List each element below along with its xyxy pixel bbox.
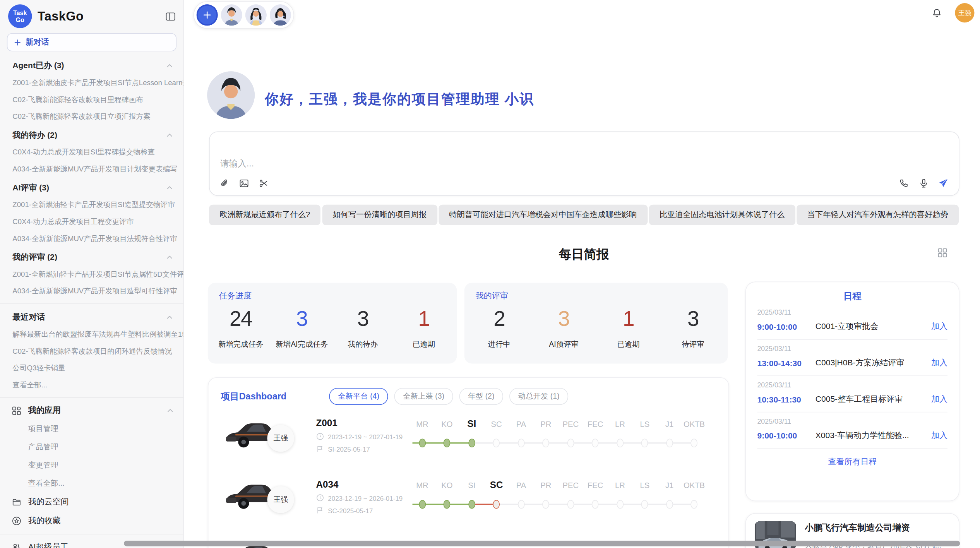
schedule-list: 2025/03/119:00-10:00C001-立项审批会加入2025/03/… bbox=[757, 303, 947, 449]
project-list: 王强Z0012023-12-19 ~ 2027-01-19SI-2025-05-… bbox=[208, 406, 728, 548]
agent-avatar[interactable] bbox=[221, 4, 242, 26]
layout-grid-icon[interactable] bbox=[937, 248, 947, 258]
new-chat-button[interactable]: 新对话 bbox=[7, 33, 176, 51]
horizontal-scrollbar[interactable] bbox=[124, 541, 960, 546]
milestone-label: LS bbox=[632, 481, 657, 490]
schedule-join-link[interactable]: 加入 bbox=[931, 430, 947, 441]
agent-switcher-pill bbox=[194, 1, 294, 29]
sidebar-task-item[interactable]: Z001-全新燃油皮卡产品开发项目SI节点Lesson Learn报告 bbox=[0, 74, 183, 91]
dashboard-filter-tab[interactable]: 全新上装 (3) bbox=[394, 388, 453, 405]
suggestion-chip[interactable]: 特朗普可能对进口汽车增税会对中国车企造成哪些影响 bbox=[439, 205, 648, 225]
milestone-station: J1 bbox=[657, 411, 682, 428]
sidebar-item-my-apps[interactable]: 我的应用 bbox=[0, 401, 183, 420]
sidebar-section-header[interactable]: 我的待办 (2) bbox=[0, 125, 183, 144]
milestone-station: SI bbox=[459, 411, 484, 428]
schedule-view-all-link[interactable]: 查看所有日程 bbox=[757, 449, 947, 475]
project-dates-text: 2023-12-19 ~ 2026-01-19 bbox=[328, 494, 403, 502]
stat-label: 已逾期 bbox=[393, 339, 454, 349]
dashboard-filter-tab[interactable]: 动总开发 (1) bbox=[509, 388, 568, 405]
schedule-title: 日程 bbox=[757, 282, 947, 303]
sidebar-task-item[interactable]: A034-全新新能源MUV产品开发项目计划变更表编写 bbox=[0, 161, 183, 178]
scissors-icon[interactable] bbox=[259, 178, 269, 188]
schedule-row: 9:00-10:00C001-立项审批会加入 bbox=[757, 321, 947, 332]
stat-item: 3AI预评审 bbox=[531, 305, 596, 350]
suggestion-chip[interactable]: 如何写一份清晰的项目周报 bbox=[322, 205, 437, 225]
microphone-icon[interactable] bbox=[919, 178, 929, 188]
notification-bell-icon[interactable] bbox=[932, 8, 942, 18]
sidebar-task-item[interactable]: Z001-全新燃油轻卡产品开发项目SI节点属性5D文件评审 bbox=[0, 266, 183, 283]
send-icon[interactable] bbox=[938, 178, 949, 188]
milestone-station: OKTB bbox=[682, 473, 707, 490]
suggestion-chip[interactable]: 当下年轻人对汽车外观有怎样的喜好趋势 bbox=[797, 205, 959, 225]
milestone-station: FEC bbox=[583, 473, 608, 490]
agent-avatar[interactable] bbox=[270, 4, 291, 26]
milestone-label: PR bbox=[533, 420, 558, 429]
plus-icon bbox=[14, 38, 21, 46]
sidebar-section-header[interactable]: AI评审 (3) bbox=[0, 178, 183, 197]
sidebar-item-cloud[interactable]: 我的云空间 bbox=[0, 493, 183, 512]
milestone-station: PR bbox=[533, 473, 558, 490]
grid-icon bbox=[12, 406, 21, 415]
stat-value: 24 bbox=[210, 305, 271, 332]
apps-view-all-link[interactable]: 查看全部... bbox=[0, 474, 183, 493]
add-agent-button[interactable] bbox=[197, 4, 218, 26]
user-avatar[interactable]: 王强 bbox=[955, 3, 974, 22]
dashboard-filter-tab[interactable]: 年型 (2) bbox=[459, 388, 503, 405]
sidebar-task-item[interactable]: C0X4-动力总成开发项目工程变更评审 bbox=[0, 213, 183, 230]
sidebar: Task Go TaskGo 新对话 Agent已办 (3)Z001-全新燃油皮… bbox=[0, 0, 184, 548]
sidebar-app-item[interactable]: 产品管理 bbox=[0, 438, 183, 456]
sidebar-task-item[interactable]: C02-飞腾新能源轻客改款项目里程碑画布 bbox=[0, 91, 183, 108]
agent-avatar[interactable] bbox=[245, 4, 267, 26]
project-info: Z0012023-12-19 ~ 2027-01-19SI-2025-05-17 bbox=[316, 411, 410, 453]
project-dashboard-card: 项目Dashboard 全新平台 (4)全新上装 (3)年型 (2)动总开发 (… bbox=[208, 377, 729, 548]
sidebar-header: Task Go TaskGo bbox=[0, 0, 183, 31]
schedule-date: 2025/03/11 bbox=[757, 381, 947, 389]
phone-call-icon[interactable] bbox=[899, 178, 909, 188]
chevron-up-icon bbox=[165, 313, 174, 322]
project-code: A034 bbox=[316, 479, 410, 489]
sidebar-section-header[interactable]: Agent已办 (3) bbox=[0, 56, 183, 75]
my-apps-label: 我的应用 bbox=[28, 405, 61, 416]
sidebar-section-header[interactable]: 我的评审 (2) bbox=[0, 247, 183, 266]
milestone-label: LR bbox=[608, 481, 632, 490]
suggestion-chip[interactable]: 比亚迪全固态电池计划具体说了什么 bbox=[649, 205, 795, 225]
sidebar-app-item[interactable]: 变更管理 bbox=[0, 456, 183, 474]
stat-label: 我的待办 bbox=[332, 339, 394, 349]
sidebar-recent-chat-item[interactable]: 公司Q3轻卡销量 bbox=[0, 360, 183, 377]
sidebar-task-item[interactable]: C02-飞腾新能源轻客改款项目立项汇报方案 bbox=[0, 108, 183, 125]
sidebar-section-title: 我的评审 (2) bbox=[12, 252, 57, 263]
composer-attachments bbox=[220, 178, 269, 188]
paperclip-icon[interactable] bbox=[220, 178, 230, 188]
sidebar-item-star[interactable]: 我的收藏 bbox=[0, 511, 183, 530]
assistant-avatar bbox=[207, 71, 255, 119]
sidebar-recent-chat-item[interactable]: 解释最新出台的欧盟报废车法规再生塑料比例被调至15%... bbox=[0, 326, 183, 343]
project-row[interactable]: 王强A0342023-12-19 ~ 2026-01-19SC-2025-05-… bbox=[208, 473, 728, 534]
milestone-node bbox=[444, 500, 451, 509]
suggestion-chip[interactable]: 欧洲新规最近颁布了什么? bbox=[209, 205, 321, 225]
milestone-node bbox=[542, 500, 549, 509]
sidebar-task-item[interactable]: A034-全新新能源MUV产品开发项目法规符合性评审 bbox=[0, 230, 183, 247]
sidebar-recent-chat-item[interactable]: C02-飞腾新能源轻客改款项目的闭环通告反馈情况 bbox=[0, 343, 183, 360]
schedule-join-link[interactable]: 加入 bbox=[931, 394, 947, 405]
schedule-join-link[interactable]: 加入 bbox=[931, 321, 947, 332]
project-row[interactable]: 王强Z0012023-12-19 ~ 2027-01-19SI-2025-05-… bbox=[208, 411, 728, 472]
milestone-node bbox=[641, 438, 648, 447]
milestone-node bbox=[617, 438, 624, 447]
sidebar-app-item[interactable]: 项目管理 bbox=[0, 420, 183, 438]
sidebar-task-item[interactable]: C0X4-动力总成开发项目SI里程碑提交物检查 bbox=[0, 144, 183, 161]
sidebar-collapse-icon[interactable] bbox=[165, 11, 176, 21]
milestone-station: SI bbox=[459, 473, 484, 490]
recent-view-all-link[interactable]: 查看全部... bbox=[0, 377, 183, 394]
sidebar-task-item[interactable]: A034-全新新能源MUV产品开发项目造型可行性评审 bbox=[0, 283, 183, 300]
app-logo: Task Go bbox=[8, 4, 32, 28]
insert-image-icon[interactable] bbox=[239, 178, 249, 188]
milestone-node bbox=[592, 500, 599, 509]
milestone-node bbox=[641, 500, 648, 509]
sidebar-task-item[interactable]: Z001-全新燃油轻卡产品开发项目SI造型提交物评审 bbox=[0, 197, 183, 214]
sidebar-section-recent[interactable]: 最近对话 bbox=[0, 307, 183, 326]
schedule-join-link[interactable]: 加入 bbox=[931, 357, 947, 368]
project-milestone-tag: SI-2025-05-17 bbox=[316, 445, 410, 453]
chat-input-box[interactable]: 请输入... bbox=[209, 132, 959, 196]
dashboard-filter-tab[interactable]: 全新平台 (4) bbox=[329, 388, 388, 405]
stat-value: 2 bbox=[467, 305, 531, 332]
